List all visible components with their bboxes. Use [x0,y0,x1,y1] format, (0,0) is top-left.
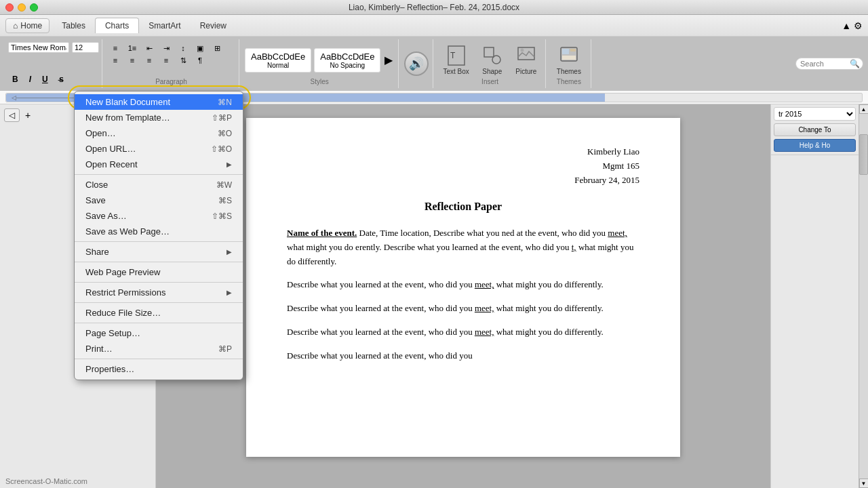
svg-point-5 [520,49,524,52]
course-info: Mgmt 165 [287,159,639,174]
menu-item-save-as[interactable]: Save As… ⇧⌘S [75,208,243,224]
menu-item-close[interactable]: Close ⌘W [75,177,243,192]
shape-label: Shape [482,68,502,75]
menu-item-web-preview[interactable]: Web Page Preview [75,264,243,280]
text-box-icon: T [446,45,467,66]
shape-button[interactable]: Shape [477,42,507,78]
themes-button[interactable]: Themes [553,42,585,78]
name-event-label: Name of the event. [287,228,357,238]
author-name: Kimberly Liao [287,145,639,159]
align-left-button[interactable]: ≡ [108,54,123,66]
align-right-button[interactable]: ≡ [142,54,157,66]
sort-button[interactable]: ⇅ [176,54,191,66]
share-arrow-icon: ▶ [226,248,232,256]
line-spacing-button[interactable]: ↕ [176,42,191,54]
tables-tab[interactable]: Tables [52,18,95,33]
menu-item-print[interactable]: Print… ⌘P [75,341,243,357]
menu-item-save[interactable]: Save ⌘S [75,192,243,208]
scroll-thumb[interactable] [859,134,868,175]
menu-item-new-template[interactable]: New from Template… ⇧⌘P [75,110,243,125]
style-cards: AaBbCcDdEe Normal AaBbCcDdEe No Spacing … [245,42,394,78]
charts-tab[interactable]: Charts [95,18,139,33]
right-sidebar-top: tr 2015 Change To Help & Ho [771,104,859,155]
menu-item-properties-label: Properties… [85,364,134,374]
borders-button[interactable]: ⊞ [210,42,224,54]
indent-decrease-button[interactable]: ⇤ [142,42,157,54]
justify-button[interactable]: ≡ [159,54,174,66]
minimize-button[interactable] [18,3,26,12]
home-tab[interactable]: ⌂ Home [5,18,50,33]
menu-item-reduce[interactable]: Reduce File Size… [75,305,243,321]
menu-separator-2 [75,241,243,242]
font-family-input[interactable] [8,42,69,53]
align-center-button[interactable]: ≡ [125,54,140,66]
change-to-button[interactable]: Change To [774,123,856,136]
vertical-scrollbar[interactable]: ▲ ▼ [859,104,868,488]
close-button[interactable] [5,3,14,12]
indent-increase-button[interactable]: ⇥ [159,42,174,54]
menu-item-web-preview-label: Web Page Preview [85,267,160,277]
menu-separator-7 [75,359,243,359]
svg-point-3 [492,56,500,64]
menu-item-restrict[interactable]: Restrict Permissions ▶ [75,285,243,300]
menu-item-save-web[interactable]: Save as Web Page… [75,224,243,239]
scroll-down-button[interactable]: ▼ [859,479,869,488]
themes-section-label: Themes [557,78,581,85]
menu-item-page-setup[interactable]: Page Setup… [75,325,243,341]
font-family-row [8,42,99,53]
styles-play-button[interactable]: ▶ [383,52,394,68]
maximize-button[interactable] [30,3,38,12]
menu-item-open-recent[interactable]: Open Recent ▶ [75,157,243,172]
smartart-tab[interactable]: SmartArt [139,18,190,33]
text-box-label: Text Box [443,68,469,75]
scroll-up-button[interactable]: ▲ [859,104,869,114]
svg-rect-7 [562,49,569,54]
normal-style-card[interactable]: AaBbCcDdEe Normal [245,48,311,73]
restrict-arrow-icon: ▶ [226,289,232,296]
text-box-button[interactable]: T Text Box [439,42,473,78]
strikethrough-button[interactable]: S̶ [55,75,68,85]
nav-tabs: ⌂ Home Tables Charts SmartArt Review ▲ ⚙ [0,15,868,37]
document-header: Kimberly Liao Mgmt 165 February 24, 2015 [287,145,639,187]
audio-section: 🔊 [400,39,433,88]
right-sidebar: tr 2015 Change To Help & Ho [770,104,859,488]
italic-button[interactable]: I [25,73,35,85]
date-select[interactable]: tr 2015 [774,107,856,121]
menu-item-properties[interactable]: Properties… [75,361,243,377]
menu-item-restrict-label: Restrict Permissions [85,287,165,298]
audio-button[interactable]: 🔊 [404,52,429,76]
bold-button[interactable]: B [8,73,22,85]
traffic-lights[interactable] [5,3,38,12]
numbered-list-button[interactable]: 1≡ [125,42,140,54]
svg-rect-4 [518,47,534,60]
paragraph-3: Describe what you learned at the event, … [287,302,639,316]
menu-item-new-blank[interactable]: New Blank Document ⌘N [75,94,243,110]
sidebar-nav-back[interactable]: ◁ [4,108,20,122]
meet-link-1: meet, [608,228,627,238]
collapse-icon[interactable]: ▲ [842,20,851,31]
no-spacing-label: No Spacing [320,62,374,69]
shading-button[interactable]: ▣ [193,42,208,54]
themes-icon [558,45,580,66]
review-tab[interactable]: Review [191,18,236,33]
settings-icon[interactable]: ⚙ [854,20,863,31]
picture-button[interactable]: Picture [511,42,541,78]
help-button[interactable]: Help & Ho [774,139,856,152]
menu-separator-5 [75,302,243,303]
tab-right-controls: ▲ ⚙ [842,20,863,31]
para-row-2: ≡ ≡ ≡ ≡ ⇅ ¶ [108,54,235,66]
menu-item-open[interactable]: Open… ⌘O [75,125,243,141]
menu-item-save-shortcut: ⌘S [218,196,232,205]
menu-item-share[interactable]: Share ▶ [75,244,243,260]
underline-button[interactable]: U [38,73,52,85]
show-marks-button[interactable]: ¶ [193,54,208,66]
bullet-list-button[interactable]: ≡ [108,42,123,54]
font-size-input[interactable] [72,42,99,53]
window-title: Liao, Kimberly– Reflection– Feb. 24, 201… [349,3,519,12]
file-menu: New Blank Document ⌘N New from Template…… [74,91,243,380]
no-spacing-style-card[interactable]: AaBbCcDdEe No Spacing [314,48,380,73]
menu-item-reduce-label: Reduce File Size… [85,308,161,318]
sidebar-add-button[interactable]: + [22,108,33,122]
menu-item-open-url[interactable]: Open URL… ⇧⌘O [75,141,243,157]
menu-item-save-web-label: Save as Web Page… [85,226,170,237]
